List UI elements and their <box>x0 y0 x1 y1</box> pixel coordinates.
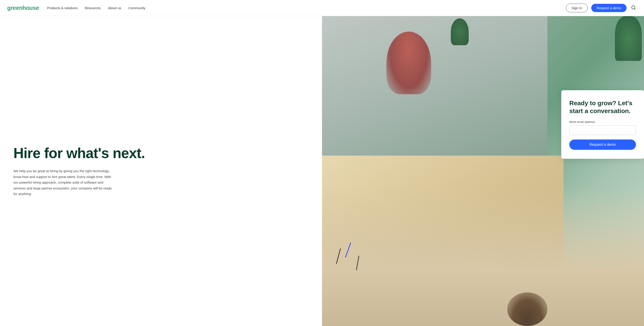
nav-right: Sign In Request a demo <box>566 4 637 12</box>
hero-right: Ready to grow? Let's start a conversatio… <box>322 16 644 326</box>
hero-section: Hire for what's next. We help you be gre… <box>0 16 644 326</box>
plant-2 <box>615 16 642 61</box>
hero-photo <box>322 16 644 326</box>
nav-links: Products & solutions Resources About us … <box>47 6 145 10</box>
navbar: greenhouse Products & solutions Resource… <box>0 0 644 16</box>
signin-button[interactable]: Sign In <box>566 4 588 12</box>
person-bottom <box>507 292 548 326</box>
form-title: Ready to grow? Let's start a conversatio… <box>569 99 636 115</box>
contact-form-card: Ready to grow? Let's start a conversatio… <box>561 90 644 159</box>
svg-line-1 <box>634 9 635 10</box>
photo-bottom <box>322 187 644 326</box>
nav-link-resources[interactable]: Resources <box>85 6 101 10</box>
search-icon <box>631 5 636 11</box>
nav-link-about[interactable]: About us <box>108 6 121 10</box>
email-label: Work email address <box>569 120 636 124</box>
request-demo-button-nav[interactable]: Request a demo <box>591 4 626 12</box>
request-demo-button-form[interactable]: Request a demo <box>569 139 636 150</box>
hero-left: Hire for what's next. We help you be gre… <box>0 16 322 326</box>
search-button[interactable] <box>630 4 637 12</box>
plant-1 <box>451 18 469 45</box>
nav-left: greenhouse Products & solutions Resource… <box>7 5 145 12</box>
nav-link-products[interactable]: Products & solutions <box>47 6 78 10</box>
person-red-shirt <box>386 32 431 94</box>
email-input[interactable] <box>569 125 636 135</box>
hero-headline: Hire for what's next. <box>14 145 304 161</box>
hero-subtext: We help you be great at hiring by giving… <box>14 168 112 197</box>
logo[interactable]: greenhouse <box>7 5 39 12</box>
nav-link-community[interactable]: Community <box>128 6 145 10</box>
